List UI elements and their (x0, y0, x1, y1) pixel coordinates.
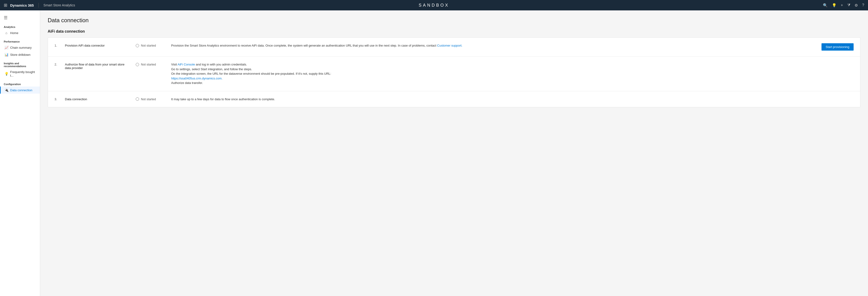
topbar: ⊞ Dynamics 365 Smart Store Analytics SAN… (0, 0, 868, 10)
topbar-divider (38, 3, 39, 7)
sidebar-item-store-drilldown[interactable]: 📊 Store drilldown (0, 51, 40, 58)
topbar-right: 🔍 💡 + ⧩ ⚙ ? (823, 3, 864, 7)
sidebar: ☰ Analytics ⌂ Home Performance 📈 Chain s… (0, 10, 40, 296)
step-3-label: Data connection (65, 97, 131, 101)
step-2-row: 2. Authorize flow of data from your smar… (48, 56, 860, 91)
step-1-description: Provision the Smart Store Analytics envi… (171, 43, 811, 48)
step-3-description: It may take up to a few days for data to… (171, 97, 811, 102)
lightbulb-nav-icon: 💡 (4, 72, 8, 76)
step-1-row: 1. Provision AiFi data connector Not sta… (48, 37, 860, 56)
step-1-radio (136, 44, 139, 47)
sidebar-item-chain-summary[interactable]: 📈 Chain summary (0, 44, 40, 51)
chart-bar-icon: 📊 (4, 53, 8, 56)
add-icon[interactable]: + (841, 3, 843, 7)
filter-icon[interactable]: ⧩ (847, 3, 850, 7)
sidebar-item-data-connection[interactable]: 🔌 Data connection (0, 86, 40, 93)
lightbulb-icon[interactable]: 💡 (832, 3, 837, 7)
sidebar-section-insights: Insights and recommendations (0, 60, 40, 69)
layout: ☰ Analytics ⌂ Home Performance 📈 Chain s… (0, 10, 868, 296)
step-2-status-text: Not started (141, 63, 156, 66)
topbar-brand: Dynamics 365 (10, 3, 34, 7)
sidebar-section-performance: Performance (0, 39, 40, 44)
data-connection-icon: 🔌 (4, 88, 8, 92)
step-1-label: Provision AiFi data connector (65, 43, 131, 47)
sidebar-item-store-drilldown-label: Store drilldown (10, 53, 30, 56)
section-title: AiFi data connection (48, 29, 861, 33)
step-3-status: Not started (136, 97, 166, 101)
chart-line-icon: 📈 (4, 46, 8, 49)
sidebar-item-data-connection-label: Data connection (10, 88, 32, 92)
step-1-status-text: Not started (141, 44, 156, 47)
start-provisioning-button[interactable]: Start provisioning (822, 43, 854, 51)
topbar-appname: Smart Store Analytics (43, 3, 75, 7)
home-icon: ⌂ (4, 31, 8, 35)
step-2-radio (136, 63, 139, 66)
topbar-sandbox-label: SANDBOX (418, 3, 449, 8)
step-3-row: 3. Data connection Not started It may ta… (48, 91, 860, 107)
step-2-status: Not started (136, 62, 166, 66)
step-2-label: Authorize flow of data from your smart s… (65, 62, 131, 70)
main-content: Data connection AiFi data connection 1. … (40, 10, 868, 296)
hamburger-icon[interactable]: ☰ (0, 13, 40, 24)
page-title: Data connection (48, 17, 861, 24)
sidebar-item-frequently-bought[interactable]: 💡 Frequently bought t... (0, 69, 40, 79)
step-3-number: 3. (55, 97, 60, 101)
step-3-status-text: Not started (141, 98, 156, 101)
dataverse-url-link[interactable]: https://ssa0405us.crm.dynamics.com. (171, 77, 222, 80)
sidebar-item-chain-summary-label: Chain summary (10, 46, 32, 49)
sidebar-item-frequently-bought-label: Frequently bought t... (10, 70, 36, 77)
sidebar-item-home-label: Home (10, 31, 19, 35)
step-1-action: Start provisioning (816, 43, 854, 51)
search-icon[interactable]: 🔍 (823, 3, 828, 7)
sidebar-section-configuration: Configuration (0, 81, 40, 86)
settings-icon[interactable]: ⚙ (855, 3, 858, 7)
help-icon[interactable]: ? (862, 3, 864, 7)
waffle-icon[interactable]: ⊞ (4, 3, 7, 8)
customer-support-link[interactable]: Customer support. (437, 44, 462, 47)
sidebar-section-analytics: Analytics (0, 24, 40, 29)
step-1-number: 1. (55, 43, 60, 47)
topbar-left: ⊞ Dynamics 365 Smart Store Analytics (4, 3, 75, 8)
step-3-radio (136, 98, 139, 101)
step-2-number: 2. (55, 62, 60, 66)
step-2-description: Visit AiFi Console and log in with you a… (171, 62, 811, 85)
aifi-console-link[interactable]: AiFi Console (178, 63, 195, 66)
step-1-status: Not started (136, 43, 166, 47)
sidebar-item-home[interactable]: ⌂ Home (0, 29, 40, 36)
steps-card: 1. Provision AiFi data connector Not sta… (48, 37, 861, 107)
